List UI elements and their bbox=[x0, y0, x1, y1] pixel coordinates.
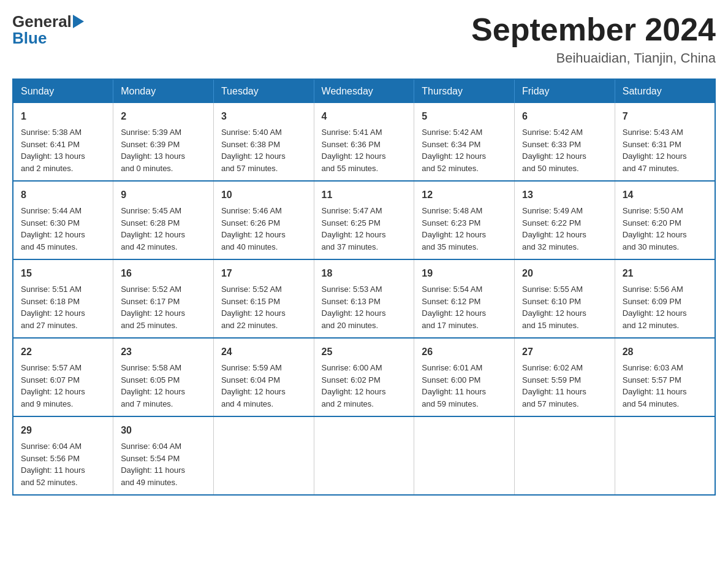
header-thursday: Thursday bbox=[414, 79, 515, 103]
logo-general: General bbox=[12, 13, 72, 29]
logo-arrow-icon bbox=[73, 15, 84, 30]
day-info: Sunrise: 5:49 AM Sunset: 6:22 PM Dayligh… bbox=[522, 205, 607, 253]
calendar-cell bbox=[615, 416, 715, 495]
calendar-week-1: 1Sunrise: 5:38 AM Sunset: 6:41 PM Daylig… bbox=[13, 103, 715, 181]
calendar-week-2: 8Sunrise: 5:44 AM Sunset: 6:30 PM Daylig… bbox=[13, 181, 715, 259]
day-info: Sunrise: 5:50 AM Sunset: 6:20 PM Dayligh… bbox=[623, 205, 707, 253]
calendar-week-3: 15Sunrise: 5:51 AM Sunset: 6:18 PM Dayli… bbox=[13, 259, 715, 338]
day-info: Sunrise: 5:59 AM Sunset: 6:04 PM Dayligh… bbox=[221, 362, 306, 410]
day-info: Sunrise: 5:39 AM Sunset: 6:39 PM Dayligh… bbox=[121, 126, 206, 174]
day-number: 14 bbox=[623, 188, 707, 202]
calendar-cell: 16Sunrise: 5:52 AM Sunset: 6:17 PM Dayli… bbox=[113, 259, 214, 338]
day-number: 12 bbox=[422, 188, 507, 202]
day-info: Sunrise: 5:45 AM Sunset: 6:28 PM Dayligh… bbox=[121, 205, 206, 253]
calendar-cell: 12Sunrise: 5:48 AM Sunset: 6:23 PM Dayli… bbox=[414, 181, 515, 259]
day-number: 4 bbox=[322, 109, 407, 124]
day-number: 28 bbox=[623, 345, 707, 359]
calendar-cell: 25Sunrise: 6:00 AM Sunset: 6:02 PM Dayli… bbox=[314, 338, 414, 416]
day-info: Sunrise: 5:42 AM Sunset: 6:34 PM Dayligh… bbox=[422, 126, 507, 174]
calendar-cell: 13Sunrise: 5:49 AM Sunset: 6:22 PM Dayli… bbox=[515, 181, 615, 259]
calendar-cell: 5Sunrise: 5:42 AM Sunset: 6:34 PM Daylig… bbox=[414, 103, 515, 181]
header-monday: Monday bbox=[113, 79, 214, 103]
day-info: Sunrise: 6:03 AM Sunset: 5:57 PM Dayligh… bbox=[623, 362, 707, 410]
calendar-cell: 6Sunrise: 5:42 AM Sunset: 6:33 PM Daylig… bbox=[515, 103, 615, 181]
day-info: Sunrise: 6:01 AM Sunset: 6:00 PM Dayligh… bbox=[422, 362, 507, 410]
day-number: 20 bbox=[522, 266, 607, 281]
calendar-cell bbox=[414, 416, 515, 495]
day-info: Sunrise: 5:53 AM Sunset: 6:13 PM Dayligh… bbox=[322, 283, 407, 331]
title-block: September 2024 Beihuaidian, Tianjin, Chi… bbox=[471, 12, 716, 66]
calendar-cell bbox=[213, 416, 314, 495]
day-info: Sunrise: 5:51 AM Sunset: 6:18 PM Dayligh… bbox=[21, 283, 105, 331]
svg-marker-0 bbox=[73, 15, 84, 28]
day-number: 5 bbox=[422, 109, 507, 124]
day-info: Sunrise: 5:38 AM Sunset: 6:41 PM Dayligh… bbox=[21, 126, 105, 174]
day-number: 25 bbox=[322, 345, 407, 359]
day-number: 6 bbox=[522, 109, 607, 124]
calendar-cell: 22Sunrise: 5:57 AM Sunset: 6:07 PM Dayli… bbox=[13, 338, 113, 416]
day-info: Sunrise: 5:55 AM Sunset: 6:10 PM Dayligh… bbox=[522, 283, 607, 331]
calendar-cell: 15Sunrise: 5:51 AM Sunset: 6:18 PM Dayli… bbox=[13, 259, 113, 338]
day-number: 19 bbox=[422, 266, 507, 281]
day-number: 13 bbox=[522, 188, 607, 202]
day-number: 24 bbox=[221, 345, 306, 359]
calendar-cell: 20Sunrise: 5:55 AM Sunset: 6:10 PM Dayli… bbox=[515, 259, 615, 338]
calendar-cell bbox=[314, 416, 414, 495]
day-number: 16 bbox=[121, 266, 206, 281]
day-number: 8 bbox=[21, 188, 105, 202]
calendar-cell: 24Sunrise: 5:59 AM Sunset: 6:04 PM Dayli… bbox=[213, 338, 314, 416]
header-tuesday: Tuesday bbox=[213, 79, 314, 103]
day-number: 21 bbox=[623, 266, 707, 281]
day-info: Sunrise: 5:47 AM Sunset: 6:25 PM Dayligh… bbox=[322, 205, 407, 253]
day-info: Sunrise: 6:04 AM Sunset: 5:56 PM Dayligh… bbox=[21, 440, 105, 488]
day-info: Sunrise: 5:44 AM Sunset: 6:30 PM Dayligh… bbox=[21, 205, 105, 253]
calendar-cell: 28Sunrise: 6:03 AM Sunset: 5:57 PM Dayli… bbox=[615, 338, 715, 416]
calendar-cell bbox=[515, 416, 615, 495]
day-number: 9 bbox=[121, 188, 206, 202]
header-saturday: Saturday bbox=[615, 79, 715, 103]
calendar-header-row: SundayMondayTuesdayWednesdayThursdayFrid… bbox=[13, 79, 715, 103]
day-number: 17 bbox=[221, 266, 306, 281]
header-friday: Friday bbox=[515, 79, 615, 103]
day-info: Sunrise: 5:54 AM Sunset: 6:12 PM Dayligh… bbox=[422, 283, 507, 331]
calendar-cell: 21Sunrise: 5:56 AM Sunset: 6:09 PM Dayli… bbox=[615, 259, 715, 338]
day-info: Sunrise: 6:02 AM Sunset: 5:59 PM Dayligh… bbox=[522, 362, 607, 410]
day-info: Sunrise: 5:40 AM Sunset: 6:38 PM Dayligh… bbox=[221, 126, 306, 174]
day-number: 15 bbox=[21, 266, 105, 281]
day-info: Sunrise: 5:56 AM Sunset: 6:09 PM Dayligh… bbox=[623, 283, 707, 331]
day-number: 27 bbox=[522, 345, 607, 359]
day-number: 2 bbox=[121, 109, 206, 124]
page-header: General Blue September 2024 Beihuaidian,… bbox=[12, 12, 716, 66]
logo: General Blue bbox=[12, 12, 84, 46]
calendar-week-4: 22Sunrise: 5:57 AM Sunset: 6:07 PM Dayli… bbox=[13, 338, 715, 416]
day-info: Sunrise: 5:43 AM Sunset: 6:31 PM Dayligh… bbox=[623, 126, 707, 174]
day-info: Sunrise: 5:57 AM Sunset: 6:07 PM Dayligh… bbox=[21, 362, 105, 410]
day-number: 30 bbox=[121, 423, 206, 438]
day-number: 3 bbox=[221, 109, 306, 124]
header-sunday: Sunday bbox=[13, 79, 113, 103]
calendar-week-5: 29Sunrise: 6:04 AM Sunset: 5:56 PM Dayli… bbox=[13, 416, 715, 495]
day-number: 10 bbox=[221, 188, 306, 202]
day-number: 29 bbox=[21, 423, 105, 438]
day-number: 7 bbox=[623, 109, 707, 124]
day-info: Sunrise: 6:00 AM Sunset: 6:02 PM Dayligh… bbox=[322, 362, 407, 410]
day-number: 18 bbox=[322, 266, 407, 281]
calendar-cell: 1Sunrise: 5:38 AM Sunset: 6:41 PM Daylig… bbox=[13, 103, 113, 181]
day-number: 26 bbox=[422, 345, 507, 359]
day-info: Sunrise: 5:58 AM Sunset: 6:05 PM Dayligh… bbox=[121, 362, 206, 410]
logo-blue: Blue bbox=[12, 29, 47, 47]
calendar-cell: 10Sunrise: 5:46 AM Sunset: 6:26 PM Dayli… bbox=[213, 181, 314, 259]
calendar-cell: 2Sunrise: 5:39 AM Sunset: 6:39 PM Daylig… bbox=[113, 103, 214, 181]
calendar-cell: 8Sunrise: 5:44 AM Sunset: 6:30 PM Daylig… bbox=[13, 181, 113, 259]
calendar-cell: 30Sunrise: 6:04 AM Sunset: 5:54 PM Dayli… bbox=[113, 416, 214, 495]
calendar-cell: 11Sunrise: 5:47 AM Sunset: 6:25 PM Dayli… bbox=[314, 181, 414, 259]
calendar-cell: 4Sunrise: 5:41 AM Sunset: 6:36 PM Daylig… bbox=[314, 103, 414, 181]
calendar-cell: 29Sunrise: 6:04 AM Sunset: 5:56 PM Dayli… bbox=[13, 416, 113, 495]
calendar-cell: 7Sunrise: 5:43 AM Sunset: 6:31 PM Daylig… bbox=[615, 103, 715, 181]
header-wednesday: Wednesday bbox=[314, 79, 414, 103]
calendar-title: September 2024 bbox=[471, 12, 716, 47]
day-number: 22 bbox=[21, 345, 105, 359]
day-info: Sunrise: 5:42 AM Sunset: 6:33 PM Dayligh… bbox=[522, 126, 607, 174]
calendar-cell: 17Sunrise: 5:52 AM Sunset: 6:15 PM Dayli… bbox=[213, 259, 314, 338]
calendar-table: SundayMondayTuesdayWednesdayThursdayFrid… bbox=[12, 79, 716, 496]
